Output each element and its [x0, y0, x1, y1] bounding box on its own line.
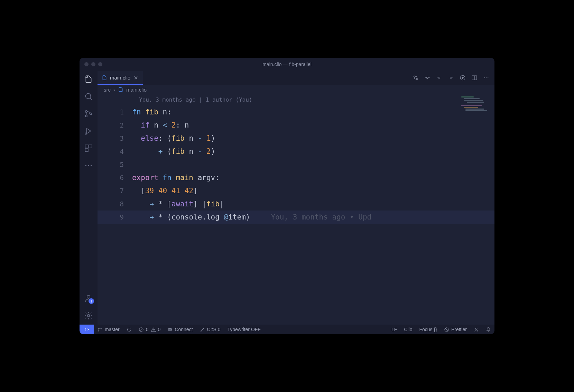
svg-point-43 [475, 328, 477, 329]
close-icon[interactable] [133, 75, 139, 81]
tabs-bar: main.clio [98, 71, 494, 85]
svg-point-4 [90, 113, 92, 114]
code-line[interactable]: 6export fn main argv: [98, 171, 494, 184]
code-line[interactable]: 3 else: (fib n - 1) [98, 132, 494, 145]
traffic-lights [84, 62, 102, 66]
close-window-button[interactable] [84, 62, 89, 66]
svg-point-38 [153, 330, 154, 331]
remote-button[interactable] [80, 325, 94, 334]
line-number: 7 [98, 184, 132, 197]
csso-label: C::S 0 [207, 327, 221, 332]
svg-point-13 [87, 315, 90, 317]
settings-gear-icon[interactable] [84, 311, 93, 320]
code-line[interactable]: 2 if n < 2: n [98, 119, 494, 132]
code-editor[interactable]: You, 3 months ago | 1 author (You) 1fn f… [98, 94, 494, 325]
codelens[interactable]: You, 3 months ago | 1 author (You) [98, 94, 494, 105]
file-icon [118, 87, 123, 92]
svg-rect-6 [85, 145, 88, 148]
focus-label: Focus:{} [419, 327, 437, 332]
svg-point-29 [486, 77, 487, 78]
minimap[interactable] [461, 96, 492, 117]
svg-point-0 [85, 93, 91, 99]
next-commit-icon[interactable] [447, 74, 454, 81]
git-commit-icon[interactable] [424, 74, 431, 81]
code-line[interactable]: 1fn fib n: [98, 105, 494, 119]
editor-wrap: You, 3 months ago | 1 author (You) 1fn f… [98, 94, 494, 325]
accounts-badge: 1 [89, 298, 94, 304]
line-number: 6 [98, 171, 132, 184]
feedback-icon[interactable] [470, 325, 482, 334]
code-content: else: (fib n - 1) [132, 132, 215, 145]
svg-point-5 [85, 133, 86, 134]
svg-point-18 [427, 77, 428, 79]
tab-label: main.clio [110, 75, 130, 81]
source-control-icon[interactable] [84, 109, 93, 119]
previous-commit-icon[interactable] [436, 74, 443, 81]
branch-button[interactable]: master [94, 325, 123, 334]
svg-point-28 [484, 77, 485, 78]
breadcrumb-folder: src [104, 87, 111, 93]
tab-main-clio[interactable]: main.clio [98, 71, 143, 85]
extensions-icon[interactable] [84, 143, 93, 153]
problems-button[interactable]: 0 0 [135, 325, 164, 334]
window-title: main.clio — fib-parallel [262, 62, 312, 67]
connect-button[interactable]: Connect [164, 325, 196, 334]
minimize-window-button[interactable] [91, 62, 95, 66]
code-line[interactable]: 7 [39 40 41 42] [98, 184, 494, 197]
notifications-icon[interactable] [482, 325, 494, 334]
line-number: 5 [98, 158, 132, 171]
svg-point-21 [438, 77, 440, 79]
split-editor-icon[interactable] [471, 74, 478, 81]
svg-point-16 [414, 76, 415, 77]
file-icon [102, 75, 107, 81]
svg-point-3 [85, 115, 87, 117]
svg-point-17 [416, 78, 418, 80]
breadcrumb-file: main.clio [126, 87, 147, 93]
more-actions-icon[interactable] [483, 74, 490, 81]
svg-line-1 [90, 98, 92, 100]
code-content: → * [await] |fib| [132, 197, 224, 211]
svg-point-2 [85, 111, 87, 112]
svg-point-12 [87, 295, 90, 298]
maximize-window-button[interactable] [98, 62, 102, 66]
language-button[interactable]: Clio [400, 325, 416, 334]
svg-line-42 [445, 328, 448, 331]
svg-point-10 [88, 165, 89, 166]
connect-label: Connect [175, 327, 193, 332]
code-content: fn fib n: [132, 105, 172, 119]
accounts-icon[interactable]: 1 [84, 293, 93, 303]
status-bar: master 0 0 Connect C::S 0 Typewriter OFF… [80, 325, 494, 334]
run-debug-icon[interactable] [84, 126, 93, 136]
code-content: export fn main argv: [132, 171, 220, 184]
activity-bar: 1 [80, 71, 98, 325]
warning-count: 0 [158, 327, 161, 332]
code-content: + (fib n - 2) [132, 145, 215, 158]
code-content: if n < 2: n [132, 119, 189, 132]
svg-point-31 [99, 328, 100, 329]
more-icon[interactable] [84, 161, 93, 170]
eol-button[interactable]: LF [388, 325, 400, 334]
focus-button[interactable]: Focus:{} [416, 325, 441, 334]
compare-changes-icon[interactable] [412, 74, 419, 81]
svg-rect-7 [89, 145, 92, 148]
csso-button[interactable]: C::S 0 [196, 325, 224, 334]
sync-button[interactable] [123, 325, 135, 334]
run-icon[interactable] [459, 74, 466, 81]
editor-region: main.clio src › main.clio [98, 71, 494, 325]
code-content: [39 40 41 42] [132, 184, 198, 197]
breadcrumb[interactable]: src › main.clio [98, 85, 494, 94]
branch-name: master [105, 327, 120, 332]
code-line[interactable]: 8 → * [await] |fib| [98, 197, 494, 211]
error-count: 0 [146, 327, 149, 332]
typewriter-button[interactable]: Typewriter OFF [224, 325, 264, 334]
explorer-icon[interactable] [84, 74, 93, 84]
prettier-button[interactable]: Prettier [441, 325, 470, 334]
code-line[interactable]: 9 → * (console.log @item)You, 3 months a… [98, 211, 494, 224]
search-icon[interactable] [84, 92, 93, 101]
code-line[interactable]: 5 [98, 158, 494, 171]
svg-point-9 [85, 165, 86, 166]
main-area: 1 main.clio [80, 71, 494, 325]
code-line[interactable]: 4 + (fib n - 2) [98, 145, 494, 158]
line-number: 9 [98, 211, 132, 224]
eol-label: LF [391, 327, 397, 332]
